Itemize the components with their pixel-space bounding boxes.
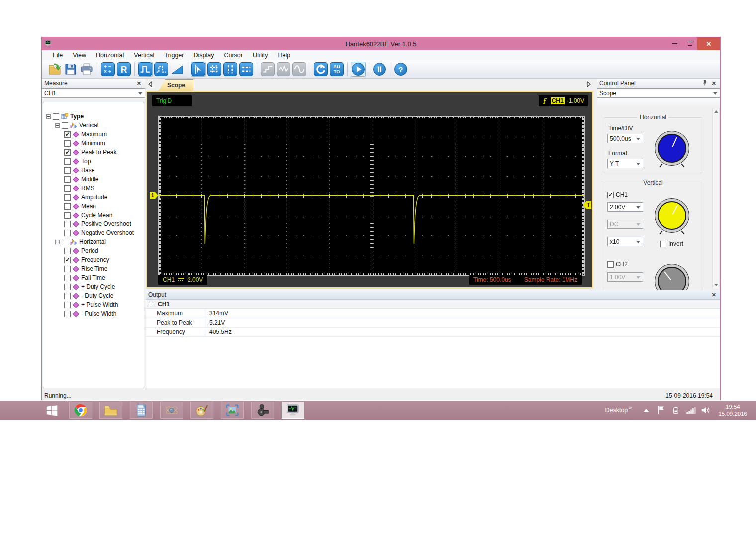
tree-item-pulse-width[interactable]: + Pulse Width	[43, 300, 144, 309]
chrome-taskbar-button[interactable]	[69, 402, 92, 419]
format-select[interactable]: Y-T	[607, 159, 643, 168]
speaker-icon[interactable]	[700, 405, 711, 416]
atom-taskbar-button[interactable]	[160, 402, 183, 419]
ch1-probe-select[interactable]: x10	[607, 237, 643, 246]
checkbox[interactable]	[64, 194, 71, 201]
checkbox[interactable]	[64, 167, 71, 174]
save-button[interactable]	[63, 62, 78, 77]
menu-view[interactable]: View	[68, 52, 91, 59]
tree-item-cycle-mean[interactable]: Cycle Mean	[43, 211, 144, 220]
tree-item-rise-time[interactable]: Rise Time	[43, 264, 144, 273]
grid-display-button[interactable]	[207, 62, 222, 77]
ch1-enable[interactable]: CH1	[607, 191, 628, 198]
checkbox[interactable]	[64, 221, 71, 227]
checkbox[interactable]	[64, 311, 71, 317]
checkbox[interactable]	[64, 212, 71, 219]
battery-icon[interactable]	[670, 405, 681, 416]
ch1-invert-checkbox[interactable]	[660, 241, 666, 247]
ch1-checkbox[interactable]	[607, 192, 614, 198]
ch2-checkbox[interactable]	[607, 261, 614, 268]
menu-trigger[interactable]: Trigger	[159, 52, 189, 59]
close-button[interactable]: ✕	[697, 37, 720, 50]
paint-taskbar-button[interactable]	[190, 402, 213, 419]
collapse-icon[interactable]	[46, 114, 51, 119]
close-icon[interactable]: ✕	[135, 80, 143, 87]
checkbox[interactable]	[62, 122, 68, 129]
tab-scroll-left-icon[interactable]	[147, 81, 153, 88]
tree-item-peak-to-peak[interactable]: Peak to Peak	[43, 148, 144, 157]
vertical-cursor-button[interactable]	[223, 62, 238, 77]
tree-item-frequency[interactable]: Frequency	[43, 255, 144, 264]
ch2-position-knob[interactable]	[658, 267, 686, 290]
pause-button[interactable]	[372, 62, 387, 77]
math-operations-button[interactable]: +−×÷	[100, 62, 115, 77]
refresh-button[interactable]	[313, 62, 328, 77]
sine-wave-button[interactable]	[292, 62, 307, 77]
pulse-period-button[interactable]	[154, 62, 169, 77]
horizontal-cursor-button[interactable]	[239, 62, 254, 77]
ramp-button[interactable]	[170, 62, 185, 77]
ch1-voltdiv-select[interactable]: 2.00V	[607, 202, 643, 212]
open-file-button[interactable]	[47, 62, 62, 77]
autoset-button[interactable]: AUTO	[329, 62, 344, 77]
checkbox[interactable]	[64, 257, 71, 263]
help-button[interactable]: ?	[393, 62, 408, 77]
tree-item-type[interactable]: Type	[43, 112, 144, 121]
toolbar-overflow-chevron[interactable]: »	[629, 404, 632, 410]
minimize-button[interactable]	[667, 37, 682, 50]
photo-viewer-taskbar-button[interactable]	[221, 402, 244, 419]
horizontal-position-knob[interactable]	[658, 134, 686, 163]
ch1-position-knob[interactable]	[658, 201, 686, 230]
collapse-icon[interactable]	[55, 240, 60, 244]
checkbox[interactable]	[64, 230, 71, 236]
ch1-invert[interactable]: Invert	[660, 240, 683, 247]
checkbox[interactable]	[62, 239, 68, 245]
tree-item-horizontal[interactable]: Horizontal	[43, 237, 144, 246]
menu-vertical[interactable]: Vertical	[129, 52, 159, 59]
restore-button[interactable]	[682, 37, 697, 50]
checkbox[interactable]	[64, 140, 71, 147]
checkbox[interactable]	[64, 266, 71, 272]
desktop-toolbar[interactable]: Desktop	[605, 407, 628, 414]
collapse-icon[interactable]	[149, 302, 153, 306]
network-signal-icon[interactable]	[685, 405, 696, 416]
reference-wave-button[interactable]: R	[116, 62, 131, 77]
taskbar-clock[interactable]: 19:54 15.09.2016	[718, 403, 747, 417]
ch2-enable[interactable]: CH2	[607, 261, 628, 268]
control-panel-scrollbar[interactable]	[712, 108, 720, 289]
tree-item-pulse-width[interactable]: - Pulse Width	[43, 309, 144, 318]
checkbox[interactable]	[64, 149, 71, 156]
output-channel-group[interactable]: CH1	[146, 300, 720, 309]
checkbox[interactable]	[64, 158, 71, 165]
step-wave-button[interactable]	[260, 62, 275, 77]
tree-item-base[interactable]: Base	[43, 166, 144, 175]
checkbox[interactable]	[64, 185, 71, 192]
control-mode-select[interactable]: Scope	[597, 88, 720, 98]
calculator-taskbar-button[interactable]: 0	[130, 402, 153, 419]
pulse-width-trigger-button[interactable]	[138, 62, 153, 77]
checkbox[interactable]	[64, 275, 71, 281]
menu-help[interactable]: Help	[273, 52, 296, 59]
measure-channel-select[interactable]: CH1	[42, 88, 145, 98]
scroll-up-icon[interactable]	[713, 108, 719, 115]
scroll-down-icon[interactable]	[713, 281, 719, 289]
hantek-app-taskbar-button[interactable]	[282, 402, 304, 419]
tree-item-maximum[interactable]: Maximum	[43, 130, 144, 139]
tree-item-top[interactable]: Top	[43, 157, 144, 166]
start-acquisition-button[interactable]	[351, 62, 366, 77]
tree-item-duty-cycle[interactable]: + Duty Cycle	[43, 282, 144, 291]
select-cursor-button[interactable]	[191, 62, 206, 77]
tab-scope[interactable]: Scope	[159, 79, 193, 91]
tree-item-positive-overshoot[interactable]: Positive Overshoot	[43, 220, 144, 228]
timediv-select[interactable]: 500.0us	[607, 134, 643, 143]
chevron-up-icon[interactable]	[641, 405, 652, 416]
checkbox[interactable]	[64, 176, 71, 183]
pin-icon[interactable]	[702, 80, 707, 87]
tree-item-middle[interactable]: Middle	[43, 175, 144, 184]
tree-item-mean[interactable]: Mean	[43, 202, 144, 211]
tree-item-fall-time[interactable]: Fall Time	[43, 273, 144, 282]
close-icon[interactable]: ✕	[710, 292, 718, 298]
file-explorer-taskbar-button[interactable]	[99, 402, 122, 419]
channel1-position-marker[interactable]: 1	[150, 192, 158, 199]
menu-file[interactable]: File	[48, 52, 68, 59]
